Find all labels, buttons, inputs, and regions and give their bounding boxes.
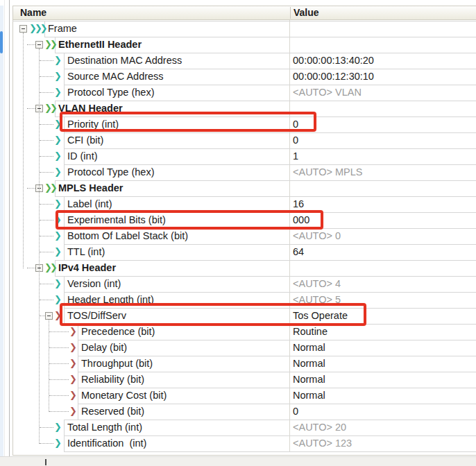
field-name: Precedence (bit) bbox=[81, 324, 155, 340]
tree-row-version-int[interactable]: ❯Version (int)<AUTO> 4 bbox=[0, 276, 476, 292]
field-value[interactable]: <AUTO> 123 bbox=[293, 435, 352, 451]
field-value[interactable]: Normal bbox=[293, 388, 325, 404]
tree-branch-line bbox=[49, 411, 69, 412]
tree-branch-line bbox=[40, 316, 45, 316]
tree-row-throughput-bit[interactable]: ❯Throughput (bit)Normal bbox=[0, 356, 476, 372]
tree-branch-line bbox=[27, 268, 35, 268]
field-name: EthernetII Header bbox=[58, 37, 142, 53]
chevron-icon: ❯ bbox=[54, 132, 60, 148]
field-value[interactable]: <AUTO> 0 bbox=[293, 228, 341, 244]
chevron-icon: ❯ bbox=[54, 53, 60, 69]
tree-row-reserved-bit[interactable]: ❯Reserved (bit)0 bbox=[0, 404, 476, 420]
name-cell-border bbox=[78, 404, 78, 420]
tree-row-reliability-bit[interactable]: ❯Reliability (bit)Normal bbox=[0, 372, 476, 388]
field-name: TTL (int) bbox=[67, 244, 105, 260]
field-value[interactable]: <AUTO> 4 bbox=[293, 276, 341, 292]
chevrons-icon: ❯❯ bbox=[44, 37, 56, 53]
collapse-expander-icon[interactable] bbox=[45, 312, 53, 320]
tree-row-total-length-int[interactable]: ❯Total Length (int)<AUTO> 20 bbox=[0, 420, 476, 435]
chevron-icon: ❯ bbox=[54, 276, 60, 292]
tree-row-ttl-int[interactable]: ❯TTL (int)64 bbox=[0, 244, 476, 260]
tree-row-precedence-bit[interactable]: ❯Precedence (bit)Routine bbox=[0, 324, 476, 340]
field-value[interactable]: 1 bbox=[293, 148, 298, 164]
column-header-name[interactable]: Name bbox=[20, 6, 46, 19]
tree-row-ethernetii-header[interactable]: ❯❯EthernetII Header bbox=[0, 37, 476, 53]
chevron-icon: ❯ bbox=[69, 388, 75, 404]
field-value[interactable]: <AUTO> VLAN bbox=[293, 85, 362, 101]
chevrons-icon: ❯❯ bbox=[44, 101, 56, 116]
tree-row-identification-int[interactable]: ❯Identification (int)<AUTO> 123 bbox=[0, 435, 476, 451]
field-value[interactable]: Normal bbox=[293, 356, 325, 372]
tree-branch-line bbox=[40, 284, 53, 284]
tree-branch-line bbox=[40, 92, 53, 93]
tree-row-protocol-type-hex[interactable]: ❯Protocol Type (hex)<AUTO> VLAN bbox=[0, 85, 476, 101]
field-name: CFI (bit) bbox=[67, 132, 103, 148]
field-value[interactable]: Routine bbox=[293, 324, 328, 340]
name-cell-border bbox=[64, 132, 65, 148]
name-cell-border bbox=[64, 276, 65, 292]
field-value[interactable]: 00:00:00:12:30:10 bbox=[293, 69, 374, 85]
row-separator bbox=[64, 132, 476, 133]
column-resize-handle[interactable] bbox=[290, 7, 291, 19]
tree-row-monetary-cost-bit[interactable]: ❯Monetary Cost (bit)Normal bbox=[0, 388, 476, 404]
name-cell-border bbox=[78, 372, 78, 388]
chevron-icon: ❯ bbox=[54, 435, 60, 451]
tree-branch-line bbox=[40, 252, 53, 252]
tree-branch-line bbox=[40, 172, 53, 173]
tree-row-ipv4-header[interactable]: ❯❯IPv4 Header bbox=[0, 260, 476, 276]
tree-row-frame[interactable]: ❯❯❯Frame bbox=[0, 21, 476, 37]
bottom-status-strip bbox=[0, 456, 476, 466]
tree-row-destination-mac-address[interactable]: ❯Destination MAC Address00:00:00:13:40:2… bbox=[0, 53, 476, 69]
name-cell-border bbox=[78, 324, 78, 340]
field-name: Reliability (bit) bbox=[81, 372, 144, 388]
field-name: Source MAC Address bbox=[67, 69, 164, 85]
field-name: Throughput (bit) bbox=[81, 356, 153, 372]
field-value[interactable]: 64 bbox=[293, 244, 304, 260]
field-name: Monetary Cost (bit) bbox=[81, 388, 167, 404]
tree-row-id-int[interactable]: ❯ID (int)1 bbox=[0, 148, 476, 164]
field-name: Protocol Type (hex) bbox=[67, 85, 154, 101]
chevron-icon: ❯ bbox=[69, 324, 75, 340]
tree-branch-line bbox=[40, 124, 53, 125]
name-cell-border bbox=[64, 228, 65, 244]
tree-row-cfi-bit[interactable]: ❯CFI (bit)0 bbox=[0, 132, 476, 148]
field-name: Bottom Of Label Stack (bit) bbox=[67, 228, 188, 244]
minus-glyph bbox=[47, 316, 51, 316]
field-value[interactable]: <AUTO> MPLS bbox=[293, 164, 362, 180]
tree-row-mpls-header[interactable]: ❯❯MPLS Header bbox=[0, 180, 476, 196]
highlight-box-priority-int bbox=[60, 112, 316, 132]
row-separator bbox=[64, 148, 476, 149]
field-value[interactable]: <AUTO> 20 bbox=[293, 420, 346, 435]
field-value[interactable]: 00:00:00:13:40:20 bbox=[293, 53, 374, 69]
chevron-icon: ❯ bbox=[54, 244, 60, 260]
column-header-value[interactable]: Value bbox=[294, 6, 319, 19]
tree-row-protocol-type-hex[interactable]: ❯Protocol Type (hex)<AUTO> MPLS bbox=[0, 164, 476, 180]
tree-branch-line bbox=[40, 76, 53, 77]
field-value[interactable]: Normal bbox=[293, 372, 325, 388]
collapse-expander-icon[interactable] bbox=[19, 25, 27, 33]
row-separator bbox=[55, 260, 476, 261]
tree-row-delay-bit[interactable]: ❯Delay (bit)Normal bbox=[0, 340, 476, 356]
name-cell-border bbox=[64, 53, 65, 69]
tree-row-source-mac-address[interactable]: ❯Source MAC Address00:00:00:12:30:10 bbox=[0, 69, 476, 85]
packet-field-editor: Name Value ❯❯❯Frame❯❯EthernetII Header❯D… bbox=[0, 0, 476, 466]
tree-branch-line bbox=[49, 347, 69, 348]
tree-branch-line bbox=[49, 395, 69, 396]
field-name: Total Length (int) bbox=[67, 420, 142, 435]
field-value[interactable]: 0 bbox=[293, 404, 298, 420]
tree-row-bottom-of-label-stack-bit[interactable]: ❯Bottom Of Label Stack (bit)<AUTO> 0 bbox=[0, 228, 476, 244]
field-name: Identification (int) bbox=[67, 435, 146, 451]
tree-trunk-line bbox=[49, 320, 49, 412]
field-value[interactable]: 0 bbox=[293, 132, 298, 148]
field-value[interactable]: Normal bbox=[293, 340, 325, 356]
collapse-expander-icon[interactable] bbox=[35, 41, 43, 49]
tree-branch-line bbox=[40, 140, 53, 141]
name-cell-border bbox=[64, 435, 65, 451]
name-cell-border bbox=[64, 148, 65, 164]
tree-trunk-line bbox=[39, 49, 40, 444]
name-cell-border bbox=[78, 356, 78, 372]
tree-branch-line bbox=[49, 363, 69, 364]
chevron-icon: ❯ bbox=[54, 420, 60, 435]
chevron-icon: ❯ bbox=[54, 116, 60, 132]
chevron-icon: ❯ bbox=[54, 164, 60, 180]
